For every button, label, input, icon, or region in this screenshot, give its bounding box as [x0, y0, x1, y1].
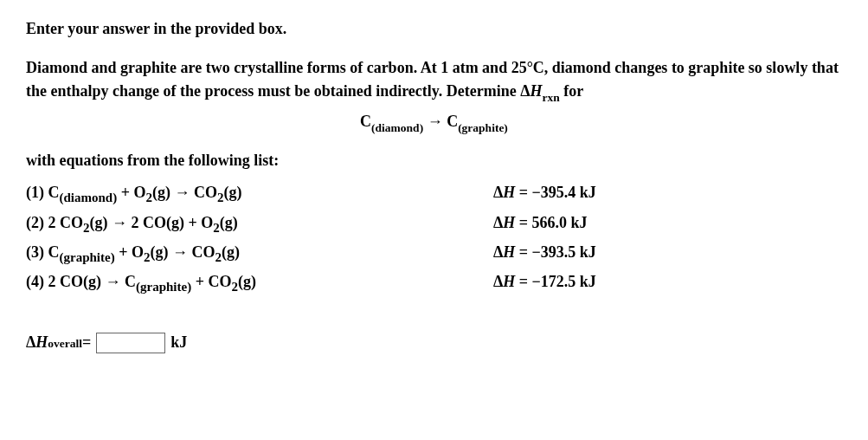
target-left-c: C: [360, 113, 371, 130]
rxn-subscript: rxn: [543, 91, 560, 104]
equation-2-left: (2) 2 CO2(g) → 2 CO(g) + O2(g): [26, 210, 493, 239]
equation-row: (2) 2 CO2(g) → 2 CO(g) + O2(g) ΔH = 566.…: [26, 210, 842, 239]
problem-statement: Diamond and graphite are two crystalline…: [26, 56, 842, 106]
h-symbol: H: [530, 82, 543, 100]
instruction-text: Enter your answer in the provided box.: [26, 17, 842, 41]
target-right-sub: (graphite): [458, 121, 508, 134]
equation-3-dh: ΔH = −393.5 kJ: [493, 239, 842, 269]
target-reaction: C(diamond) → C(graphite): [26, 113, 842, 134]
equation-list: (1) C(diamond) + O2(g) → CO2(g) ΔH = −39…: [26, 179, 842, 297]
answer-label: ΔH: [26, 333, 48, 352]
answer-row: ΔHoverall = kJ: [26, 333, 842, 353]
answer-subscript: overall: [48, 337, 82, 351]
problem-text-part1: Diamond and graphite are two crystalline…: [26, 59, 839, 100]
target-right-c: C: [447, 113, 458, 130]
equation-row: (3) C(graphite) + O2(g) → CO2(g) ΔH = −3…: [26, 239, 842, 269]
equation-3-left: (3) C(graphite) + O2(g) → CO2(g): [26, 239, 493, 269]
equation-1-dh: ΔH = −395.4 kJ: [493, 179, 842, 209]
list-intro: with equations from the following list:: [26, 149, 842, 172]
target-left-sub: (diamond): [371, 121, 423, 134]
equation-row: (4) 2 CO(g) → C(graphite) + CO2(g) ΔH = …: [26, 269, 842, 298]
equation-1-left: (1) C(diamond) + O2(g) → CO2(g): [26, 179, 493, 209]
equation-4-left: (4) 2 CO(g) → C(graphite) + CO2(g): [26, 269, 493, 298]
problem-text-part2: for: [560, 82, 583, 100]
answer-unit: kJ: [170, 333, 187, 352]
answer-equals: =: [82, 333, 91, 352]
answer-input[interactable]: [96, 333, 165, 353]
equation-row: (1) C(diamond) + O2(g) → CO2(g) ΔH = −39…: [26, 179, 842, 209]
equation-4-dh: ΔH = −172.5 kJ: [493, 269, 842, 298]
equation-2-dh: ΔH = 566.0 kJ: [493, 210, 842, 239]
target-arrow: →: [423, 113, 447, 130]
